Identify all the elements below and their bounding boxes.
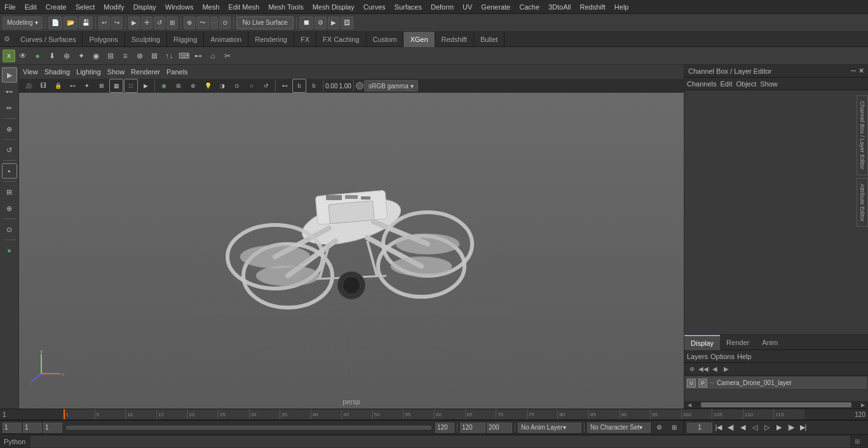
- vp-menu-view[interactable]: View: [23, 68, 38, 76]
- soft-select[interactable]: ⊕: [2, 201, 17, 216]
- help-menu[interactable]: Help: [737, 353, 752, 360]
- tab-bullet[interactable]: Bullet: [474, 32, 505, 47]
- snap-grid-btn[interactable]: ⊕: [184, 17, 195, 29]
- go-start-btn[interactable]: |◀: [713, 422, 724, 433]
- menu-uv[interactable]: UV: [458, 2, 477, 12]
- tab-fx-caching[interactable]: FX Caching: [316, 32, 366, 47]
- tab-sculpting[interactable]: Sculpting: [125, 32, 167, 47]
- layer-nav-fwd[interactable]: ▶: [721, 364, 731, 374]
- vp-menu-panels[interactable]: Panels: [166, 68, 188, 76]
- frame-current-input[interactable]: [23, 423, 42, 433]
- vp-menu-shading[interactable]: Shading: [44, 68, 70, 76]
- snap-point-btn[interactable]: ·: [210, 17, 219, 29]
- lasso-tool[interactable]: ⊷: [2, 84, 17, 99]
- xgen-icon-16[interactable]: ✂: [220, 49, 234, 63]
- menu-display[interactable]: Display: [129, 2, 161, 12]
- undo-btn[interactable]: ↩: [98, 17, 110, 29]
- tab-show[interactable]: Show: [760, 80, 778, 88]
- tab-redshift[interactable]: Redshift: [435, 32, 474, 47]
- menu-cache[interactable]: Cache: [515, 2, 544, 12]
- vp-icon-b2[interactable]: b: [307, 79, 321, 93]
- scroll-right-btn[interactable]: ▶: [859, 402, 867, 407]
- vp-shadow-icon[interactable]: ◑: [215, 79, 229, 93]
- vp-isolate-icon[interactable]: ⊷: [278, 79, 292, 93]
- layer-name[interactable]: Camera_Drone_001_layer: [717, 379, 792, 386]
- select-tool-btn[interactable]: ▶: [128, 17, 140, 29]
- no-char-set-dropdown[interactable]: No Character Set ▾: [587, 423, 651, 433]
- python-extra-btn[interactable]: ⊞: [850, 435, 864, 449]
- xgen-icon-15[interactable]: ⌂: [206, 49, 220, 63]
- xgen-icon-7[interactable]: ◉: [89, 49, 103, 63]
- play-fwd-btn[interactable]: ▶: [773, 422, 785, 433]
- timeline-ticks[interactable]: 1510152025303540455055606570758085909510…: [64, 409, 804, 419]
- vp-icon-b1[interactable]: b: [292, 79, 306, 93]
- menu-select[interactable]: Select: [71, 2, 100, 12]
- layer-nav-back[interactable]: ◀: [710, 364, 720, 374]
- menu-mesh[interactable]: Mesh: [198, 2, 224, 12]
- python-input[interactable]: [31, 436, 850, 447]
- xgen-icon-11[interactable]: ⊠: [147, 49, 161, 63]
- vp-icon-6[interactable]: ⊠: [95, 79, 109, 93]
- menu-file[interactable]: File: [0, 2, 20, 12]
- xgen-icon-2[interactable]: 👁: [16, 49, 30, 63]
- tab-object[interactable]: Object: [736, 80, 756, 88]
- channel-box-min-btn[interactable]: ─: [851, 67, 856, 75]
- play-back-btn[interactable]: ◀: [737, 422, 749, 433]
- symmetry-btn[interactable]: ⊙: [2, 222, 17, 237]
- vp-aa-icon[interactable]: ⊙: [230, 79, 244, 93]
- redo-btn[interactable]: ↪: [111, 17, 123, 29]
- vp-icon-8[interactable]: □: [124, 79, 138, 93]
- tab-curves-surfaces[interactable]: Curves / Surfaces: [14, 32, 83, 47]
- menu-redshift[interactable]: Redshift: [575, 2, 609, 12]
- tab-fx[interactable]: FX: [294, 32, 316, 47]
- frame-display-input[interactable]: [43, 423, 62, 433]
- vp-film-icon[interactable]: 🎞: [36, 79, 50, 93]
- menu-3dtoll[interactable]: 3DtoAll: [544, 2, 575, 12]
- vp-shade-icon[interactable]: ◉: [157, 79, 171, 93]
- vp-icon-9[interactable]: ▶: [139, 79, 153, 93]
- tab-channels[interactable]: Channels: [687, 80, 716, 88]
- viewport[interactable]: View Shading Lighting Show Renderer Pane…: [19, 65, 684, 409]
- scale-tool-btn[interactable]: ⊞: [166, 17, 178, 29]
- xgen-icon-1[interactable]: X: [3, 50, 15, 62]
- scroll-left-btn[interactable]: ◀: [686, 402, 693, 407]
- layer-nav-prev[interactable]: ◀◀: [698, 364, 709, 374]
- options-menu[interactable]: Options: [710, 353, 735, 360]
- vp-lock-icon[interactable]: 🔒: [51, 79, 65, 93]
- vp-icon-7[interactable]: ▦: [109, 79, 123, 93]
- frame-start-input[interactable]: [3, 423, 22, 433]
- ipr-btn[interactable]: ▶: [328, 17, 339, 29]
- transport-frame-input[interactable]: [687, 423, 712, 433]
- menu-edit[interactable]: Edit: [20, 2, 41, 12]
- frame-end-input[interactable]: [435, 423, 454, 433]
- go-end-btn[interactable]: ▶|: [797, 422, 809, 433]
- tab-xgen[interactable]: XGen: [403, 32, 435, 47]
- edge-tab-attribute-editor[interactable]: Attribute Editor: [857, 178, 868, 227]
- vp-light-icon[interactable]: 💡: [201, 79, 215, 93]
- tab-rigging[interactable]: Rigging: [167, 32, 204, 47]
- menu-generate[interactable]: Generate: [477, 2, 515, 12]
- next-key-btn[interactable]: |▶: [785, 422, 797, 433]
- vp-camera-icon[interactable]: 🎥: [22, 79, 36, 93]
- open-btn[interactable]: 📂: [64, 17, 78, 29]
- char-set-extra-btn[interactable]: ⊞: [667, 421, 681, 435]
- tab-custom[interactable]: Custom: [367, 32, 404, 47]
- rotate-left-tool[interactable]: ↺: [2, 142, 17, 158]
- save-btn[interactable]: 💾: [79, 17, 93, 29]
- vp-color-space-btn[interactable]: [356, 82, 363, 90]
- menu-windows[interactable]: Windows: [161, 2, 198, 12]
- menu-mesh-tools[interactable]: Mesh Tools: [264, 2, 308, 12]
- mode-settings-btn[interactable]: ⚙: [0, 32, 14, 47]
- vp-refresh-icon[interactable]: ↺: [259, 79, 273, 93]
- menu-curves[interactable]: Curves: [359, 2, 390, 12]
- mode-dropdown[interactable]: Modeling ▾: [3, 17, 43, 29]
- menu-create[interactable]: Create: [41, 2, 71, 12]
- prev-key-btn[interactable]: ◀|: [725, 422, 736, 433]
- xgen-icon-6[interactable]: ✦: [74, 49, 88, 63]
- tab-rendering[interactable]: Rendering: [248, 32, 294, 47]
- xgen-icon-8[interactable]: ⊞: [104, 49, 118, 63]
- tab-edit[interactable]: Edit: [720, 80, 732, 88]
- xgen-icon-4[interactable]: ⬇: [45, 49, 59, 63]
- viewport-3d[interactable]: x y z persp: [19, 93, 684, 409]
- vp-menu-lighting[interactable]: Lighting: [76, 68, 101, 76]
